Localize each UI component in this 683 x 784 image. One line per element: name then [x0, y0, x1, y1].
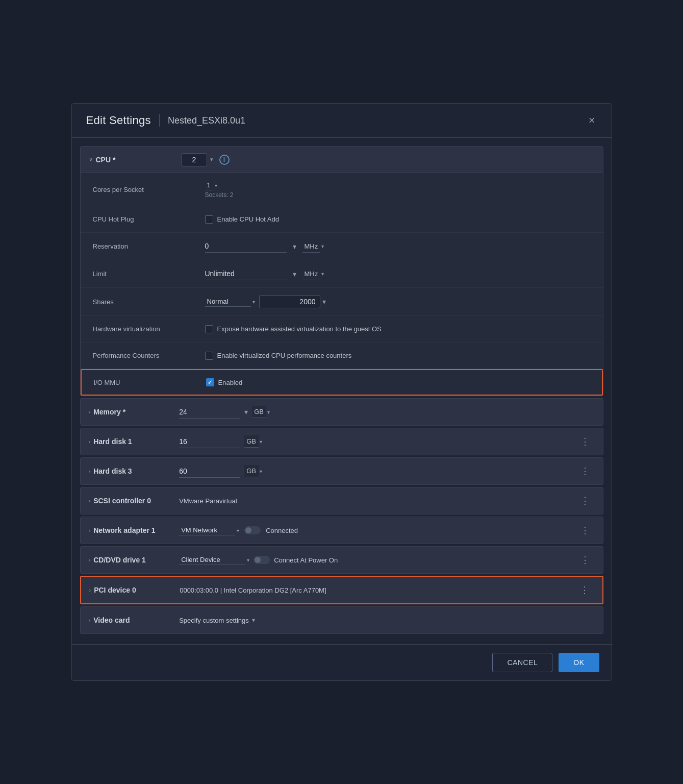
network-connected-toggle[interactable]	[244, 526, 261, 534]
shares-preset-select[interactable]: Normal Low High Custom	[205, 297, 251, 307]
network-value-area: VM Network Connected	[179, 525, 576, 535]
hard-disk-1-header[interactable]: › Hard disk 1 GB MB ⋮	[81, 428, 603, 455]
hard-disk-1-section: › Hard disk 1 GB MB ⋮	[80, 428, 603, 455]
cpu-count-input[interactable]	[182, 153, 207, 166]
dialog-footer: CANCEL OK	[72, 644, 612, 680]
hard-disk-3-header[interactable]: › Hard disk 3 GB MB ⋮	[81, 458, 603, 484]
cores-per-socket-controls: 1 2 4 Sockets: 2	[205, 180, 591, 199]
video-card-header[interactable]: › Video card Specify custom settings ▾	[81, 607, 603, 633]
cpu-limit-label: Limit	[93, 270, 205, 278]
cpu-section-header[interactable]: ∨ CPU * ▾ i	[81, 146, 603, 173]
hard-disk-3-input[interactable]	[179, 465, 240, 478]
hw-virt-checkbox-container[interactable]: Expose hardware assisted virtualization …	[205, 325, 382, 333]
shares-value-input[interactable]	[259, 295, 320, 308]
cpu-reservation-dropdown[interactable]: ▾	[292, 242, 297, 251]
cpu-hot-plug-controls: Enable CPU Hot Add	[205, 215, 591, 224]
cancel-button[interactable]: CANCEL	[492, 653, 552, 672]
cpu-reservation-input[interactable]	[205, 240, 287, 253]
perf-counters-checkbox-container[interactable]: Enable virtualized CPU performance count…	[205, 352, 352, 360]
memory-section: › Memory * ▾ GB MB	[80, 398, 603, 426]
hw-virt-checkbox[interactable]	[205, 325, 213, 333]
shares-value-dropdown[interactable]: ▾	[320, 298, 328, 306]
network-adapter-section: › Network adapter 1 VM Network Connected…	[80, 517, 603, 544]
memory-dropdown[interactable]: ▾	[243, 408, 249, 416]
network-adapter-header[interactable]: › Network adapter 1 VM Network Connected…	[81, 517, 603, 544]
cpu-reservation-unit-wrap: MHz GHz	[302, 240, 324, 253]
memory-chevron-icon: ›	[89, 409, 91, 415]
memory-section-header[interactable]: › Memory * ▾ GB MB	[81, 399, 603, 425]
cd-dvd-title: CD/DVD drive 1	[93, 556, 175, 564]
hard-disk-3-chevron: ›	[89, 468, 91, 474]
cpu-reservation-unit-select[interactable]: MHz GHz	[302, 240, 320, 253]
cd-dvd-more-btn[interactable]: ⋮	[576, 554, 595, 566]
iommu-checkbox[interactable]	[206, 378, 214, 386]
pci-title: PCI device 0	[94, 586, 175, 594]
body-padding	[72, 636, 612, 644]
cpu-hot-plug-label: CPU Hot Plug	[93, 215, 205, 223]
hard-disk-3-value-area: GB MB	[179, 465, 576, 478]
cpu-limit-dropdown[interactable]: ▾	[292, 270, 297, 278]
video-card-title: Video card	[93, 616, 175, 624]
network-left: › Network adapter 1	[89, 526, 175, 534]
pci-more-btn[interactable]: ⋮	[576, 584, 594, 596]
hard-disk-1-unit-wrap: GB MB	[244, 435, 262, 448]
scsi-more-btn[interactable]: ⋮	[576, 495, 595, 506]
iommu-controls: Enabled	[206, 378, 590, 386]
ok-button[interactable]: OK	[559, 653, 599, 672]
hw-virt-checkbox-label: Expose hardware assisted virtualization …	[217, 325, 382, 333]
cpu-limit-input[interactable]	[205, 267, 287, 280]
shares-preset-wrap: Normal Low High Custom	[205, 297, 255, 307]
hard-disk-1-more-btn[interactable]: ⋮	[576, 436, 595, 447]
shares-value-wrap: ▾	[259, 295, 328, 308]
hw-virt-row: Hardware virtualization Expose hardware …	[81, 316, 603, 342]
scsi-controller-section: › SCSI controller 0 VMware Paravirtual ⋮	[80, 487, 603, 514]
cd-dvd-power-toggle[interactable]	[254, 556, 270, 564]
network-more-btn[interactable]: ⋮	[576, 525, 595, 536]
scsi-controller-header[interactable]: › SCSI controller 0 VMware Paravirtual ⋮	[81, 487, 603, 514]
hard-disk-1-input[interactable]	[179, 435, 240, 448]
cpu-info-icon[interactable]: i	[219, 155, 230, 165]
iommu-checkbox-container[interactable]: Enabled	[206, 378, 243, 386]
sockets-text: Sockets: 2	[205, 191, 234, 199]
cpu-reservation-label: Reservation	[93, 242, 205, 250]
cpu-limit-unit-wrap: MHz GHz	[302, 268, 324, 280]
cd-dvd-device-wrap: Client Device	[179, 555, 249, 565]
hard-disk-3-more-btn[interactable]: ⋮	[576, 465, 595, 477]
cpu-section: ∨ CPU * ▾ i Cores per Socket	[80, 146, 603, 396]
memory-unit-wrap: GB MB	[252, 406, 270, 418]
cpu-hot-add-checkbox-container[interactable]: Enable CPU Hot Add	[205, 215, 279, 224]
hard-disk-1-title: Hard disk 1	[93, 437, 175, 446]
memory-unit-select[interactable]: GB MB	[252, 406, 266, 418]
memory-value-input[interactable]	[179, 406, 240, 419]
cores-select-wrap-inner: 1 2 4	[205, 180, 234, 190]
cpu-limit-unit-select[interactable]: MHz GHz	[302, 268, 320, 280]
cd-dvd-device-select[interactable]: Client Device	[179, 555, 245, 565]
cpu-shares-row: Shares Normal Low High Custom	[81, 288, 603, 316]
cpu-section-content: Cores per Socket 1 2 4 Sockets: 2	[81, 173, 603, 396]
network-select-wrap: VM Network	[179, 525, 239, 535]
hard-disk-3-section: › Hard disk 3 GB MB ⋮	[80, 457, 603, 485]
cpu-shares-label: Shares	[93, 298, 205, 306]
cores-per-socket-select[interactable]: 1 2 4	[205, 180, 213, 190]
iommu-checkbox-label: Enabled	[218, 379, 243, 386]
video-card-chevron: ›	[89, 617, 91, 623]
cpu-hot-add-label: Enable CPU Hot Add	[217, 215, 279, 223]
video-card-chevron-icon: ▾	[252, 617, 255, 624]
hard-disk-3-unit-select[interactable]: GB MB	[244, 465, 259, 477]
hard-disk-1-unit-select[interactable]: GB MB	[244, 435, 259, 448]
hard-disk-1-value-area: GB MB	[179, 435, 576, 448]
pci-chevron: ›	[89, 587, 91, 593]
pci-device-header[interactable]: › PCI device 0 0000:03:00.0 | Intel Corp…	[81, 577, 602, 603]
perf-counters-checkbox[interactable]	[205, 352, 213, 360]
cpu-count-chevron[interactable]: ▾	[210, 156, 213, 163]
cpu-value-area: ▾ i	[182, 153, 230, 166]
cd-dvd-header[interactable]: › CD/DVD drive 1 Client Device Connect A…	[81, 547, 603, 573]
cores-per-socket-row: Cores per Socket 1 2 4 Sockets: 2	[81, 173, 603, 206]
network-toggle-inner	[245, 527, 251, 533]
memory-value-area: ▾ GB MB	[179, 406, 270, 419]
close-button[interactable]: ×	[585, 113, 599, 128]
dialog-body: ∨ CPU * ▾ i Cores per Socket	[72, 138, 612, 644]
cpu-hot-add-checkbox[interactable]	[205, 215, 213, 224]
network-select[interactable]: VM Network	[179, 525, 235, 535]
memory-section-title: Memory *	[93, 408, 175, 416]
